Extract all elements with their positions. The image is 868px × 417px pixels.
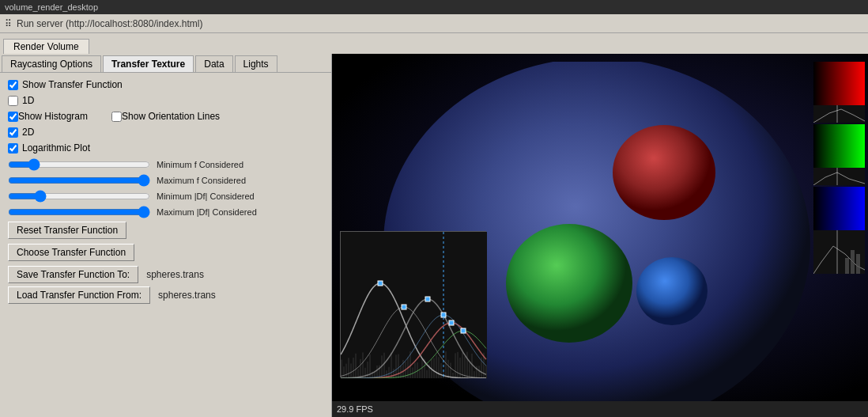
choose-btn-row: Choose Transfer Function bbox=[8, 244, 323, 261]
load-tf-row: Load Transfer Function From: spheres.tra… bbox=[8, 286, 323, 304]
menu-bar: ⠿ Run server (http://localhost:8080/inde… bbox=[0, 14, 868, 33]
red-swatch bbox=[813, 62, 865, 105]
max-f-slider[interactable] bbox=[8, 174, 150, 187]
right-panel: 29.9 FPS bbox=[332, 54, 868, 417]
green-swatch-container bbox=[813, 124, 865, 185]
panel-content: Show Transfer Function 1D Show Histogram… bbox=[0, 73, 331, 417]
red-swatch-graph bbox=[813, 105, 865, 123]
log-plot-label: Logarithmic Plot bbox=[22, 142, 90, 154]
reset-btn-row: Reset Transfer Function bbox=[8, 222, 323, 239]
min-f-slider[interactable] bbox=[8, 158, 150, 171]
max-df-row: Maximum |Df| Considered bbox=[8, 206, 323, 218]
max-df-slider[interactable] bbox=[8, 206, 150, 218]
min-f-label: Minimum f Considered bbox=[157, 160, 243, 169]
blue-swatch-graph bbox=[813, 230, 865, 274]
svg-rect-3 bbox=[851, 250, 855, 274]
max-f-row: Maximum f Considered bbox=[8, 174, 323, 187]
show-tf-checkbox[interactable] bbox=[8, 80, 18, 90]
1d-checkbox[interactable] bbox=[8, 96, 18, 106]
color-swatches bbox=[813, 62, 865, 274]
1d-row: 1D bbox=[8, 95, 323, 106]
left-panel: Raycasting Options Transfer Texture Data… bbox=[0, 54, 332, 417]
save-tf-row: Save Transfer Function To: spheres.trans bbox=[8, 266, 323, 283]
max-df-label: Maximum |Df| Considered bbox=[157, 207, 257, 217]
tab-lights[interactable]: Lights bbox=[235, 55, 277, 72]
render-volume-tab[interactable]: Render Volume bbox=[3, 39, 89, 54]
blue-graph-svg bbox=[813, 230, 865, 274]
histogram-row: Show Histogram Show Orientation Lines bbox=[8, 111, 323, 122]
save-tf-button[interactable]: Save Transfer Function To: bbox=[8, 266, 138, 283]
2d-label: 2D bbox=[22, 127, 34, 138]
green-graph-svg bbox=[813, 168, 865, 185]
green-sphere bbox=[506, 224, 632, 343]
choose-tf-button[interactable]: Choose Transfer Function bbox=[8, 244, 134, 261]
blue-swatch-container bbox=[813, 187, 865, 274]
show-orientation-label: Show Orientation Lines bbox=[122, 111, 220, 122]
red-sphere bbox=[613, 125, 715, 220]
title-text: volume_render_desktop bbox=[5, 2, 98, 12]
main-tab-bar: Render Volume bbox=[0, 33, 868, 54]
tab-transfer-texture[interactable]: Transfer Texture bbox=[103, 55, 194, 72]
show-histogram-label: Show Histogram bbox=[18, 111, 88, 122]
tab-data[interactable]: Data bbox=[195, 55, 232, 72]
1d-label: 1D bbox=[22, 95, 34, 106]
show-orientation-checkbox[interactable] bbox=[111, 112, 122, 122]
red-swatch-container bbox=[813, 62, 865, 123]
2d-row: 2D bbox=[8, 127, 323, 138]
log-plot-row: Logarithmic Plot bbox=[8, 142, 323, 154]
sphere-bg bbox=[332, 54, 868, 401]
min-df-row: Minimum |Df| Considered bbox=[8, 190, 323, 203]
run-server-label: Run server (http://localhost:8080/index.… bbox=[17, 18, 202, 29]
tab-raycasting[interactable]: Raycasting Options bbox=[2, 55, 101, 72]
min-df-slider[interactable] bbox=[8, 190, 150, 203]
grip-icon: ⠿ bbox=[5, 18, 12, 29]
blue-swatch bbox=[813, 187, 865, 230]
2d-checkbox[interactable] bbox=[8, 127, 18, 138]
red-graph-svg bbox=[813, 105, 865, 123]
tf-canvas bbox=[341, 232, 487, 378]
content-area: Raycasting Options Transfer Texture Data… bbox=[0, 54, 868, 417]
show-histogram-checkbox[interactable] bbox=[8, 112, 18, 122]
log-plot-checkbox[interactable] bbox=[8, 143, 18, 154]
render-area bbox=[332, 54, 868, 401]
tf-inset bbox=[340, 231, 486, 377]
title-bar: volume_render_desktop bbox=[0, 0, 868, 14]
show-tf-label: Show Transfer Function bbox=[22, 79, 123, 90]
show-tf-row: Show Transfer Function bbox=[8, 79, 323, 90]
green-swatch-graph bbox=[813, 168, 865, 185]
min-df-label: Minimum |Df| Considered bbox=[157, 191, 255, 201]
max-f-label: Maximum f Considered bbox=[157, 176, 246, 185]
svg-rect-4 bbox=[856, 254, 860, 274]
green-swatch bbox=[813, 124, 865, 168]
blue-sphere bbox=[636, 257, 708, 325]
load-tf-button[interactable]: Load Transfer Function From: bbox=[8, 286, 150, 304]
sub-tab-bar: Raycasting Options Transfer Texture Data… bbox=[0, 54, 331, 73]
reset-tf-button[interactable]: Reset Transfer Function bbox=[8, 222, 126, 239]
fps-bar: 29.9 FPS bbox=[332, 401, 868, 417]
svg-rect-2 bbox=[845, 258, 849, 274]
save-filename: spheres.trans bbox=[146, 269, 204, 280]
fps-text: 29.9 FPS bbox=[337, 404, 373, 414]
min-f-row: Minimum f Considered bbox=[8, 158, 323, 171]
load-filename: spheres.trans bbox=[158, 290, 216, 301]
